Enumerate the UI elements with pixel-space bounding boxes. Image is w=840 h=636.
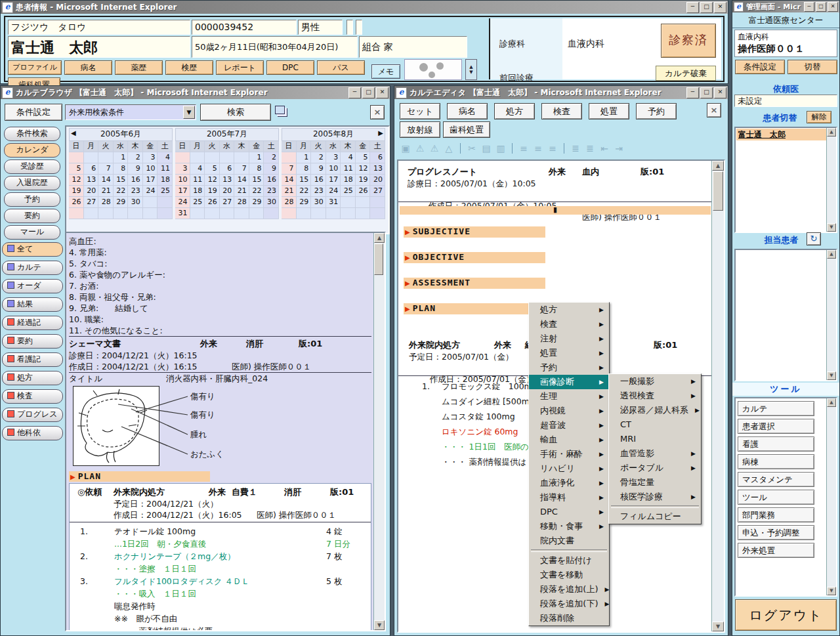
- calendar-day[interactable]: 21: [234, 186, 249, 197]
- browser-window-titlebar[interactable]: e カルテブラウザ 【富士通 太郎】 - Microsoft Internet …: [1, 86, 390, 99]
- calendar-day[interactable]: 25: [341, 186, 356, 197]
- calendar-day[interactable]: 16: [264, 175, 279, 186]
- calendar-day[interactable]: 29: [249, 197, 264, 208]
- menu-item-画像診断[interactable]: 画像診断▶: [529, 375, 609, 389]
- calendar-day[interactable]: 26: [69, 197, 84, 208]
- tool-button-ツール[interactable]: ツール: [738, 490, 814, 505]
- scroll-down-icon[interactable]: ▼: [374, 620, 385, 630]
- calendar-day[interactable]: 20: [220, 186, 235, 197]
- menu-item-核医学診療[interactable]: 核医学診療▶: [609, 490, 701, 504]
- editor-button-歯科処置[interactable]: 歯科処置: [443, 121, 490, 138]
- sidebar-item-マール[interactable]: マール: [4, 225, 60, 240]
- menu-item-輸血[interactable]: 輸血▶: [529, 433, 609, 447]
- calendar-day[interactable]: 13: [220, 175, 235, 186]
- sidebar-item-条件検索[interactable]: 条件検索: [4, 127, 60, 141]
- calendar-day[interactable]: 19: [69, 186, 84, 197]
- plan-section-bar[interactable]: ▶PLAN: [69, 471, 210, 482]
- search-condition-select[interactable]: 外来用検索条件 ▼: [65, 104, 196, 120]
- menu-item-検査[interactable]: 検査▶: [529, 317, 609, 331]
- filter-item-他科依[interactable]: 他科依: [2, 426, 63, 440]
- menu-item-リハビリ[interactable]: リハビリ▶: [529, 461, 609, 476]
- scroll-down-icon[interactable]: ▼: [827, 371, 836, 380]
- list-scrollbar[interactable]: ▲ ▼: [826, 250, 836, 380]
- calendar-day[interactable]: 26: [356, 186, 371, 197]
- list-scrollbar[interactable]: ▲ ▼: [826, 398, 836, 595]
- calendar-day[interactable]: 18: [341, 175, 356, 186]
- spinner-control[interactable]: ▲▼: [465, 59, 477, 80]
- tool-button-マスタメンテ[interactable]: マスタメンテ: [738, 472, 814, 487]
- filter-item-オーダ[interactable]: オーダ: [2, 279, 63, 293]
- calendar-day[interactable]: 11: [341, 163, 356, 175]
- editor-button-セット[interactable]: セット: [400, 103, 440, 119]
- calendar-day[interactable]: 23: [264, 186, 279, 197]
- calendar-day[interactable]: 9: [264, 163, 279, 175]
- sidebar-item-カレンダ[interactable]: カレンダ: [4, 143, 60, 158]
- scroll-up-icon[interactable]: ▲: [827, 128, 836, 137]
- tool-button-申込・予約調整[interactable]: 申込・予約調整: [738, 525, 814, 540]
- filter-item-要約[interactable]: 要約: [2, 334, 63, 349]
- logout-button[interactable]: ログアウト: [735, 599, 837, 631]
- minimize-button[interactable]: ─: [348, 87, 361, 98]
- tab-薬歴[interactable]: 薬歴: [115, 60, 163, 75]
- maximize-button[interactable]: □: [700, 87, 713, 98]
- calendar-day[interactable]: 31: [175, 208, 190, 219]
- calendar-day[interactable]: 24: [175, 197, 190, 208]
- tool-button-患者選択[interactable]: 患者選択: [738, 419, 814, 434]
- minimize-button[interactable]: ─: [804, 2, 814, 12]
- menu-item-処置[interactable]: 処置▶: [529, 346, 609, 360]
- calendar-day[interactable]: 9: [128, 163, 143, 175]
- menu-item-文書を貼付け[interactable]: 文書を貼付け: [529, 553, 609, 568]
- close-button[interactable]: ✕: [376, 87, 388, 98]
- tab-検歴[interactable]: 検歴: [165, 60, 213, 75]
- panel-close-button[interactable]: ×: [707, 103, 721, 117]
- scroll-up-icon[interactable]: ▲: [827, 398, 836, 407]
- memo-button[interactable]: メモ: [371, 64, 400, 79]
- menu-item-血管造影[interactable]: 血管造影▶: [609, 446, 701, 461]
- calendar-day[interactable]: 3: [326, 152, 341, 163]
- cursor-line[interactable]: ▮: [400, 206, 711, 215]
- tab-DPC[interactable]: DPC: [266, 60, 314, 75]
- next-month-icon[interactable]: ▶: [378, 129, 383, 137]
- scroll-thumb[interactable]: [374, 244, 383, 275]
- menu-item-フィルムコピー[interactable]: フィルムコピー: [609, 509, 701, 524]
- calendar-day[interactable]: 28: [98, 197, 114, 208]
- sidebar-item-受診歴[interactable]: 受診歴: [4, 159, 60, 174]
- calendar-day[interactable]: 22: [114, 186, 129, 197]
- menu-item-段落削除[interactable]: 段落削除: [529, 611, 609, 625]
- refresh-icon[interactable]: ↻: [807, 232, 821, 245]
- menu-item-注射[interactable]: 注射▶: [529, 331, 609, 346]
- calendar-day[interactable]: 12: [69, 175, 84, 186]
- calendar-day[interactable]: 21: [98, 186, 114, 197]
- discard-chart-button[interactable]: カルテ破棄: [656, 66, 716, 81]
- filter-item-全て[interactable]: 全て: [2, 242, 63, 257]
- calendar-day[interactable]: 23: [311, 186, 326, 197]
- calendar-day[interactable]: 1: [297, 152, 312, 163]
- editor-button-病名[interactable]: 病名: [447, 103, 488, 119]
- close-button[interactable]: ✕: [714, 87, 726, 98]
- patient-switch-list[interactable]: 富士通 太郎 ▲ ▼: [734, 127, 837, 233]
- assigned-patient-list[interactable]: ▲ ▼: [734, 249, 837, 381]
- section-bar-subjective[interactable]: ▶SUBJECTIVE: [404, 226, 545, 238]
- menu-item-DPC[interactable]: DPC▶: [529, 505, 609, 519]
- calendar-day[interactable]: 19: [205, 186, 220, 197]
- calendar-day[interactable]: 7: [98, 163, 114, 175]
- calendar-day[interactable]: 10: [326, 163, 341, 175]
- calendar-day[interactable]: 11: [158, 163, 173, 175]
- menu-item-内視鏡[interactable]: 内視鏡▶: [529, 404, 609, 418]
- tab-パス[interactable]: パス: [317, 60, 365, 75]
- calendar-day[interactable]: 4: [190, 163, 205, 175]
- calendar-day[interactable]: 3: [175, 163, 190, 175]
- menu-item-段落を追加(下)[interactable]: 段落を追加(下)▶: [529, 597, 609, 611]
- calendar-day[interactable]: 20: [84, 186, 99, 197]
- calendar-day[interactable]: 5: [69, 163, 84, 175]
- calendar-day[interactable]: 31: [326, 197, 341, 208]
- section-bar-assessment[interactable]: ▶ASSESSMENT: [404, 278, 545, 289]
- calendar-day[interactable]: 17: [175, 186, 190, 197]
- panel-close-button[interactable]: ×: [370, 105, 385, 119]
- sidebar-item-予約[interactable]: 予約: [4, 192, 60, 207]
- calendar-day[interactable]: 17: [326, 175, 341, 186]
- calendar-day[interactable]: 2: [128, 152, 143, 163]
- calendar-day[interactable]: 13: [84, 175, 99, 186]
- sidebar-item-入退院歴[interactable]: 入退院歴: [4, 176, 60, 190]
- menu-item-透視検査[interactable]: 透視検査▶: [609, 389, 701, 403]
